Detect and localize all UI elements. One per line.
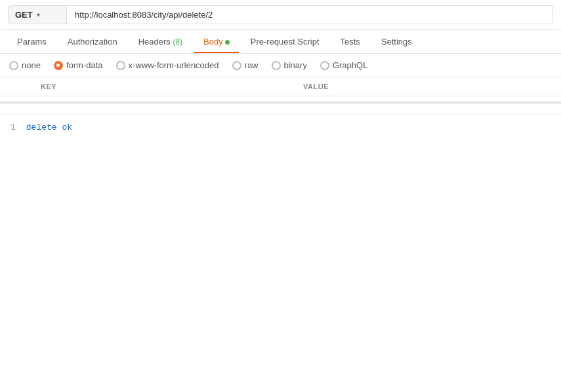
radio-circle-binary <box>272 61 281 70</box>
radio-circle-graphql <box>320 61 329 70</box>
tab-authorization[interactable]: Authorization <box>58 30 127 53</box>
radio-label-none: none <box>22 60 41 70</box>
kv-table: KEY VALUE <box>0 77 561 96</box>
col-value-header: VALUE <box>295 77 561 96</box>
response-body: 1delete ok <box>0 115 561 140</box>
response-section: 1delete ok <box>0 102 561 140</box>
line-number: 1 <box>10 123 16 132</box>
radio-circle-raw <box>232 61 241 70</box>
radio-option-x-www-form-urlencoded[interactable]: x-www-form-urlencoded <box>116 60 219 70</box>
radio-option-form-data[interactable]: form-data <box>54 60 103 70</box>
radio-option-raw[interactable]: raw <box>232 60 259 70</box>
radio-option-graphql[interactable]: GraphQL <box>320 60 367 70</box>
tab-dot-body <box>225 40 230 45</box>
tab-tests[interactable]: Tests <box>331 30 369 53</box>
method-chevron-icon: ▾ <box>37 11 40 18</box>
radio-option-binary[interactable]: binary <box>272 60 307 70</box>
url-input[interactable] <box>67 5 553 24</box>
col-check-header <box>0 77 33 96</box>
radio-label-form-data: form-data <box>66 60 103 70</box>
format-bar <box>0 104 561 115</box>
radio-circle-form-data <box>54 61 63 70</box>
tab-badge-headers: (8) <box>173 37 182 47</box>
radio-label-binary: binary <box>284 60 307 70</box>
url-bar: GET ▾ <box>0 0 561 30</box>
tab-settings[interactable]: Settings <box>372 30 421 53</box>
radio-label-x-www-form-urlencoded: x-www-form-urlencoded <box>129 60 219 70</box>
method-label: GET <box>15 10 33 20</box>
tab-body[interactable]: Body <box>194 30 239 53</box>
tab-params[interactable]: Params <box>8 30 56 53</box>
radio-option-none[interactable]: none <box>9 60 41 70</box>
col-key-header: KEY <box>33 77 295 96</box>
radio-label-graphql: GraphQL <box>333 60 367 70</box>
tab-pre-request-script[interactable]: Pre-request Script <box>241 30 329 53</box>
radio-circle-none <box>9 61 18 70</box>
method-select[interactable]: GET ▾ <box>8 5 67 24</box>
code-content: delete ok <box>26 123 72 132</box>
body-type-row: noneform-datax-www-form-urlencodedrawbin… <box>0 54 561 77</box>
tab-headers[interactable]: Headers (8) <box>129 30 192 53</box>
radio-label-raw: raw <box>245 60 259 70</box>
request-tab-bar: ParamsAuthorizationHeaders (8)BodyPre-re… <box>0 30 561 54</box>
radio-circle-x-www-form-urlencoded <box>116 61 125 70</box>
